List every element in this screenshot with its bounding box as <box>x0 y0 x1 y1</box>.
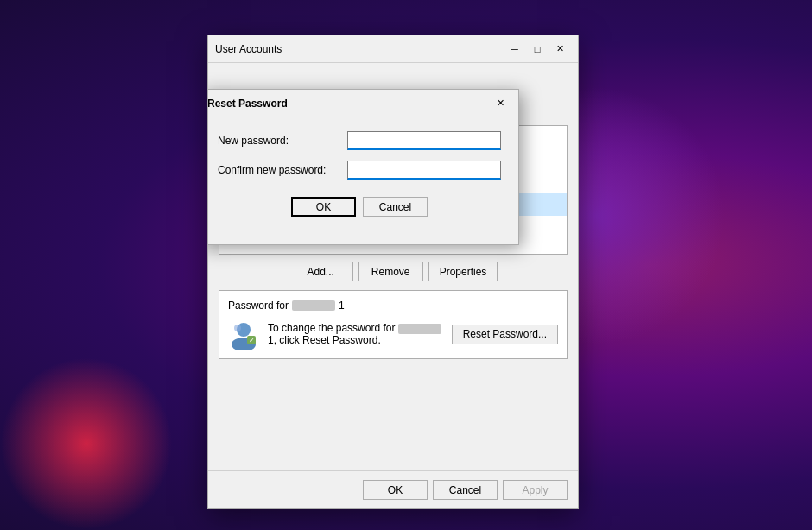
bottom-buttons: OK Cancel Apply <box>208 470 578 508</box>
minimize-button[interactable]: ─ <box>504 41 526 58</box>
remove-button[interactable]: Remove <box>358 262 423 281</box>
new-password-label: New password: <box>218 135 347 147</box>
reset-password-button[interactable]: Reset Password... <box>452 325 558 344</box>
cancel-button[interactable]: Cancel <box>433 480 498 500</box>
properties-button[interactable]: Properties <box>428 262 498 281</box>
apply-button[interactable]: Apply <box>503 480 568 500</box>
confirm-password-input[interactable] <box>347 161 501 180</box>
reset-password-title: Reset Password <box>208 98 489 110</box>
dialog-content: New password: Confirm new password: OK C… <box>208 117 518 244</box>
ok-button[interactable]: OK <box>363 480 428 500</box>
user-accounts-content: Reset Password ✕ New password: Confirm n… <box>208 63 578 470</box>
dialog-cancel-button[interactable]: Cancel <box>363 197 428 217</box>
action-buttons: Add... Remove Properties <box>219 262 568 281</box>
password-for-text: Password for <box>228 300 289 312</box>
user-large-icon: ✓ <box>228 319 259 350</box>
confirm-password-field: Confirm new password: <box>218 161 501 180</box>
new-password-field: New password: <box>218 131 501 150</box>
svg-text:✓: ✓ <box>249 337 255 344</box>
password-for-suffix: 1 <box>339 300 345 312</box>
dialog-close-button[interactable]: ✕ <box>489 95 511 112</box>
user-accounts-title: User Accounts <box>215 43 504 55</box>
user-accounts-window: User Accounts ─ □ ✕ Reset Password ✕ New… <box>207 35 579 509</box>
svg-point-14 <box>234 325 241 331</box>
close-button[interactable]: ✕ <box>549 41 571 58</box>
confirm-password-label: Confirm new password: <box>218 164 347 176</box>
password-section: Password for 1 ✓ To change the password … <box>219 290 568 359</box>
reset-password-dialog: Reset Password ✕ New password: Confirm n… <box>208 89 519 245</box>
new-password-input[interactable] <box>347 131 501 150</box>
maximize-button[interactable]: □ <box>526 41 549 58</box>
username-blur <box>292 300 335 311</box>
reset-password-titlebar: Reset Password ✕ <box>208 90 518 117</box>
user-accounts-titlebar: User Accounts ─ □ ✕ <box>208 35 578 63</box>
add-button[interactable]: Add... <box>289 262 353 281</box>
password-info-text: To change the password for 1, click Rese… <box>268 322 443 346</box>
dialog-buttons: OK Cancel <box>218 190 501 230</box>
username-blur2 <box>398 324 441 334</box>
dialog-ok-button[interactable]: OK <box>291 197 356 217</box>
password-for-label: Password for 1 <box>228 300 558 312</box>
password-info-row: ✓ To change the password for 1, click Re… <box>228 319 558 350</box>
